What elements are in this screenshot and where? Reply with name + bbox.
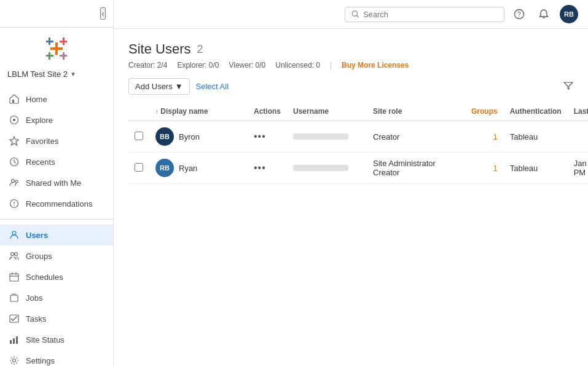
tableau-logo-icon — [44, 36, 69, 61]
sidebar-item-label: Groups — [26, 252, 52, 261]
table-row: RB Ryan ••• Site Administrator Creator 1… — [128, 153, 588, 184]
explorer-license: Explorer: 0/0 — [177, 61, 219, 70]
last-signed-in — [568, 121, 588, 153]
svg-line-34 — [357, 15, 359, 17]
groups-count: 1 — [465, 121, 504, 153]
chevron-down-icon: ▼ — [70, 71, 76, 78]
search-input[interactable] — [363, 10, 498, 19]
row-actions-button[interactable]: ••• — [254, 131, 266, 142]
svg-rect-30 — [13, 338, 15, 344]
content-area: Site Users 2 Creator: 2/4 Explorer: 0/0 … — [114, 29, 588, 366]
dropdown-arrow-icon: ▼ — [175, 82, 183, 91]
tasks-icon — [9, 313, 20, 324]
col-groups: Groups — [465, 102, 504, 121]
svg-rect-1 — [50, 47, 63, 50]
col-username: Username — [287, 102, 367, 121]
sidebar-item-label: Settings — [26, 356, 55, 365]
svg-point-12 — [13, 119, 15, 121]
sidebar-item-label: Tasks — [26, 314, 46, 324]
users-table: ↑ Display name Actions Username Site rol… — [128, 102, 588, 184]
toolbar: Add Users ▼ Select All — [128, 78, 573, 95]
row-checkbox[interactable] — [135, 132, 143, 140]
groups-count: 1 — [465, 153, 504, 184]
topbar-icons: ? RB — [511, 5, 578, 23]
star-icon — [9, 135, 20, 146]
row-actions-button[interactable]: ••• — [254, 162, 266, 173]
col-actions: Actions — [248, 102, 287, 121]
svg-rect-5 — [60, 41, 67, 42]
sidebar-item-label: Schedules — [26, 273, 63, 282]
sidebar-item-settings[interactable]: Settings — [0, 350, 113, 366]
sidebar-collapse-button[interactable]: ‹ — [100, 7, 106, 20]
sidebar-header: ‹ — [0, 0, 113, 28]
main-content: ? RB Site Users 2 Creator: 2/4 Explorer:… — [114, 0, 588, 366]
sidebar: ‹ LBLM Test Site 2 — [0, 0, 114, 366]
sidebar-item-label: Users — [26, 231, 48, 240]
sidebar-item-favorites[interactable]: Favorites — [0, 130, 113, 151]
sidebar-item-label: Home — [26, 95, 47, 104]
authentication: Tableau — [504, 153, 568, 184]
schedules-icon — [9, 271, 20, 282]
sidebar-item-home[interactable]: Home — [0, 89, 113, 109]
svg-rect-7 — [46, 55, 53, 57]
site-selector[interactable]: LBLM Test Site 2 ▼ — [0, 67, 113, 85]
sidebar-item-label: Recents — [26, 157, 55, 167]
creator-license: Creator: 2/4 — [128, 61, 167, 70]
user-avatar: RB — [155, 159, 174, 177]
svg-rect-31 — [16, 336, 18, 344]
sidebar-item-explore[interactable]: Explore — [0, 109, 113, 130]
user-avatar-button[interactable]: RB — [560, 5, 578, 23]
add-users-button[interactable]: Add Users ▼ — [128, 78, 190, 95]
sidebar-item-jobs[interactable]: Jobs — [0, 287, 113, 308]
logo-area — [0, 28, 113, 67]
sort-arrow-icon: ↑ — [155, 108, 159, 115]
svg-rect-3 — [46, 41, 53, 42]
sidebar-item-schedules[interactable]: Schedules — [0, 266, 113, 287]
page-title: Site Users — [128, 41, 190, 57]
page-count: 2 — [197, 43, 203, 56]
site-role: Creator — [367, 121, 465, 153]
svg-rect-23 — [10, 274, 18, 281]
display-name: Ryan — [179, 164, 197, 173]
display-name: Byron — [179, 132, 200, 141]
sidebar-item-label: Recommendations — [26, 199, 92, 209]
sidebar-item-recommendations[interactable]: Recommendations — [0, 193, 113, 214]
row-checkbox[interactable] — [135, 163, 143, 172]
col-checkbox — [128, 102, 149, 121]
shared-icon — [9, 177, 20, 188]
topbar: ? RB — [114, 0, 588, 29]
groups-icon — [9, 250, 20, 261]
filter-button[interactable] — [563, 81, 573, 93]
svg-text:?: ? — [517, 11, 521, 18]
user-info: RB Ryan — [155, 159, 241, 177]
svg-point-15 — [12, 180, 15, 183]
site-name: LBLM Test Site 2 — [7, 70, 68, 79]
site-role: Site Administrator Creator — [367, 153, 465, 184]
nav-divider — [0, 219, 113, 220]
search-box[interactable] — [345, 7, 504, 22]
col-last-signed-in: Last signed in — [568, 102, 588, 121]
svg-point-21 — [11, 253, 14, 256]
svg-point-22 — [15, 253, 18, 256]
sidebar-item-tasks[interactable]: Tasks — [0, 308, 113, 329]
user-info: BB Byron — [155, 127, 241, 146]
settings-icon — [9, 355, 20, 366]
notifications-button[interactable] — [535, 6, 552, 23]
sidebar-item-users[interactable]: Users — [0, 225, 113, 245]
buy-more-licenses-link[interactable]: Buy More Licenses — [342, 61, 409, 70]
help-button[interactable]: ? — [511, 6, 528, 23]
main-nav: Home Explore Favorites Recents Shared wi… — [0, 85, 113, 366]
sidebar-item-groups[interactable]: Groups — [0, 245, 113, 266]
sidebar-item-shared-with-me[interactable]: Shared with Me — [0, 172, 113, 193]
username-blur — [293, 133, 348, 140]
sidebar-item-site-status[interactable]: Site Status — [0, 329, 113, 350]
col-authentication: Authentication — [504, 102, 568, 121]
add-users-label: Add Users — [135, 82, 173, 91]
svg-point-16 — [15, 180, 18, 183]
col-display-name[interactable]: ↑ Display name — [149, 102, 248, 121]
site-status-icon — [9, 334, 20, 345]
sidebar-item-label: Jobs — [26, 293, 42, 303]
select-all-button[interactable]: Select All — [196, 82, 229, 91]
user-avatar: BB — [155, 127, 174, 146]
sidebar-item-recents[interactable]: Recents — [0, 151, 113, 172]
